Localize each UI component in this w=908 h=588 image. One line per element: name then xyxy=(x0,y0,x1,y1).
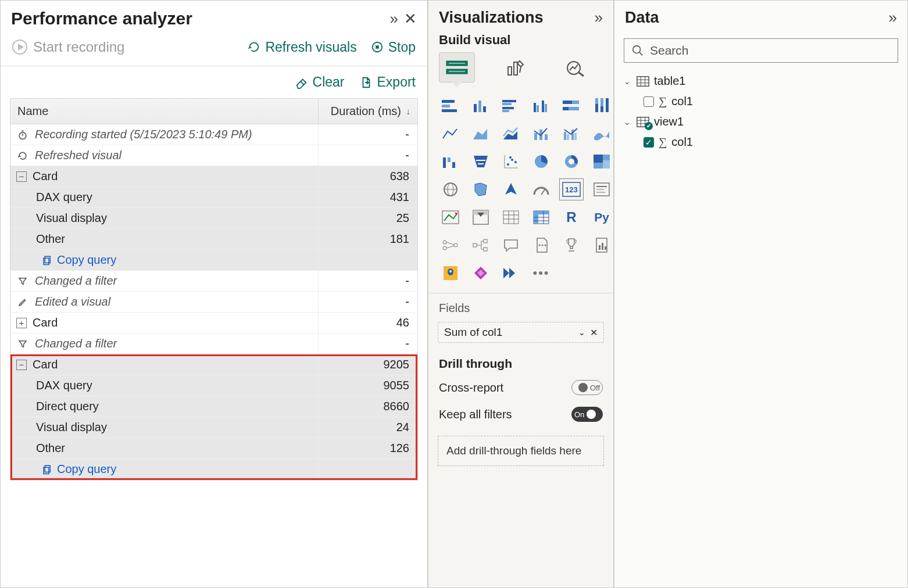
collapse-icon[interactable]: » xyxy=(390,10,398,28)
row-other-1[interactable]: Other 181 xyxy=(10,229,417,250)
row-card-3[interactable]: −Card 9205 xyxy=(10,354,417,375)
viz-100-stacked-column[interactable] xyxy=(590,95,613,116)
clear-button[interactable]: Clear xyxy=(295,74,345,90)
viz-r-script[interactable]: R xyxy=(560,207,583,228)
copy-query-link[interactable]: Copy query xyxy=(16,462,116,476)
row-copy-query-3[interactable]: Copy query xyxy=(10,459,417,480)
refresh-visuals-button[interactable]: Refresh visuals xyxy=(248,40,356,55)
tree-table1-col1[interactable]: ∑ col1 xyxy=(623,91,899,112)
viz-arcgis[interactable] xyxy=(439,263,462,284)
svg-line-118 xyxy=(639,52,643,56)
row-changed-filter-2[interactable]: Changed a filter - xyxy=(10,334,417,354)
collapse-box-icon[interactable]: − xyxy=(16,360,27,370)
drill-through-dropzone[interactable]: Add drill-through fields here xyxy=(438,436,604,466)
cross-report-label: Cross-report xyxy=(439,381,503,395)
viz-filled-map[interactable] xyxy=(469,179,492,200)
row-dax-3[interactable]: DAX query 9055 xyxy=(10,375,417,396)
stop-button[interactable]: Stop xyxy=(371,40,416,55)
tree-view1-col1[interactable]: ✓ ∑ col1 xyxy=(623,132,899,152)
viz-paginated-report[interactable] xyxy=(590,235,613,256)
export-button[interactable]: Export xyxy=(360,74,416,90)
viz-slicer[interactable] xyxy=(469,207,492,228)
viz-azure-map[interactable] xyxy=(499,179,523,200)
row-other-3[interactable]: Other 126 xyxy=(10,438,417,459)
viz-more[interactable]: ••• xyxy=(530,263,553,284)
viz-power-automate[interactable] xyxy=(499,263,523,284)
col-header-duration[interactable]: Duration (ms) ↓ xyxy=(319,99,417,124)
viz-power-apps[interactable] xyxy=(469,263,492,284)
viz-line-stacked-column[interactable] xyxy=(530,123,553,144)
start-recording-button[interactable]: Start recording xyxy=(12,39,124,55)
viz-clustered-bar[interactable] xyxy=(499,95,523,116)
row-dax-1[interactable]: DAX query 431 xyxy=(10,187,417,208)
viz-table[interactable] xyxy=(499,207,523,228)
viz-scatter[interactable] xyxy=(499,151,523,172)
row-edited-visual[interactable]: Edited a visual - xyxy=(10,292,417,313)
viz-donut[interactable] xyxy=(560,151,583,172)
row-recording-started[interactable]: Recording started (5/15/2023 5:10:49 PM)… xyxy=(10,124,417,145)
viz-map[interactable] xyxy=(439,179,462,200)
remove-field-icon[interactable]: ✕ xyxy=(590,327,598,338)
viz-pie[interactable] xyxy=(530,151,553,172)
row-card-2[interactable]: +Card 46 xyxy=(10,313,417,334)
chevron-down-icon[interactable]: ⌄ xyxy=(574,328,590,337)
viz-stacked-bar[interactable] xyxy=(439,95,462,116)
viz-treemap[interactable] xyxy=(590,151,613,172)
tree-view1[interactable]: ⌄ view1 xyxy=(623,112,899,132)
field-pill-sum-col1[interactable]: Sum of col1 ⌄ ✕ xyxy=(438,322,604,343)
viz-qna[interactable] xyxy=(499,235,523,256)
viz-waterfall[interactable] xyxy=(439,151,462,172)
perf-header: Performance analyzer » ✕ xyxy=(1,1,427,34)
viz-stacked-area[interactable] xyxy=(499,123,523,144)
search-input[interactable]: Search xyxy=(624,38,898,63)
viz-gauge[interactable] xyxy=(530,179,553,200)
row-visdisplay-1[interactable]: Visual display 25 xyxy=(10,208,417,229)
row-duration: 638 xyxy=(319,166,417,187)
tab-analytics[interactable] xyxy=(557,52,594,83)
collapse-icon[interactable]: » xyxy=(595,9,603,27)
cross-report-toggle[interactable]: Off xyxy=(571,380,603,395)
viz-python[interactable]: Py xyxy=(590,207,613,228)
viz-decomposition-tree[interactable] xyxy=(469,235,492,256)
copy-query-link[interactable]: Copy query xyxy=(16,253,116,267)
tab-build-visual[interactable] xyxy=(439,52,475,83)
row-changed-filter-1[interactable]: Changed a filter - xyxy=(10,271,417,292)
row-refreshed-visual[interactable]: Refreshed visual - xyxy=(10,145,417,166)
collapse-icon[interactable]: » xyxy=(889,9,897,27)
tree-table1[interactable]: ⌄ table1 xyxy=(623,71,899,91)
expand-box-icon[interactable]: + xyxy=(16,318,27,328)
viz-ribbon[interactable] xyxy=(590,123,613,144)
col-header-name[interactable]: Name xyxy=(10,99,319,124)
viz-line-clustered-column[interactable] xyxy=(560,123,583,144)
checkbox-checked[interactable]: ✓ xyxy=(644,137,654,148)
collapse-box-icon[interactable]: − xyxy=(16,171,27,182)
viz-funnel[interactable] xyxy=(469,151,492,172)
export-label: Export xyxy=(377,74,416,90)
viz-stacked-column[interactable] xyxy=(469,95,492,116)
tab-format-visual[interactable] xyxy=(498,52,534,83)
viz-matrix[interactable] xyxy=(530,207,553,228)
keep-filters-toggle[interactable]: On xyxy=(571,407,603,422)
svg-rect-47 xyxy=(443,157,446,168)
row-copy-query-1[interactable]: Copy query xyxy=(10,250,417,271)
row-card-1[interactable]: −Card 638 xyxy=(10,166,417,187)
refresh-label: Refresh visuals xyxy=(265,40,356,55)
viz-100-stacked-bar[interactable] xyxy=(560,95,583,116)
row-visdisplay-3[interactable]: Visual display 24 xyxy=(10,417,417,438)
table-icon xyxy=(637,76,649,87)
viz-smart-narrative[interactable] xyxy=(530,235,553,256)
viz-clustered-column[interactable] xyxy=(530,95,553,116)
checkbox-unchecked[interactable] xyxy=(644,96,654,107)
viz-key-influencers[interactable] xyxy=(439,235,462,256)
svg-marker-50 xyxy=(474,156,488,167)
build-visual-label: Build visual xyxy=(428,33,613,52)
viz-kpi[interactable] xyxy=(439,207,462,228)
viz-goals[interactable] xyxy=(560,235,583,256)
viz-multi-row-card[interactable] xyxy=(590,179,613,200)
svg-rect-24 xyxy=(502,110,509,112)
row-directquery-3[interactable]: Direct query 8660 xyxy=(10,396,417,417)
close-icon[interactable]: ✕ xyxy=(404,10,417,28)
viz-card[interactable]: 123 xyxy=(560,179,583,200)
viz-area[interactable] xyxy=(469,123,492,144)
viz-line[interactable] xyxy=(439,123,462,144)
